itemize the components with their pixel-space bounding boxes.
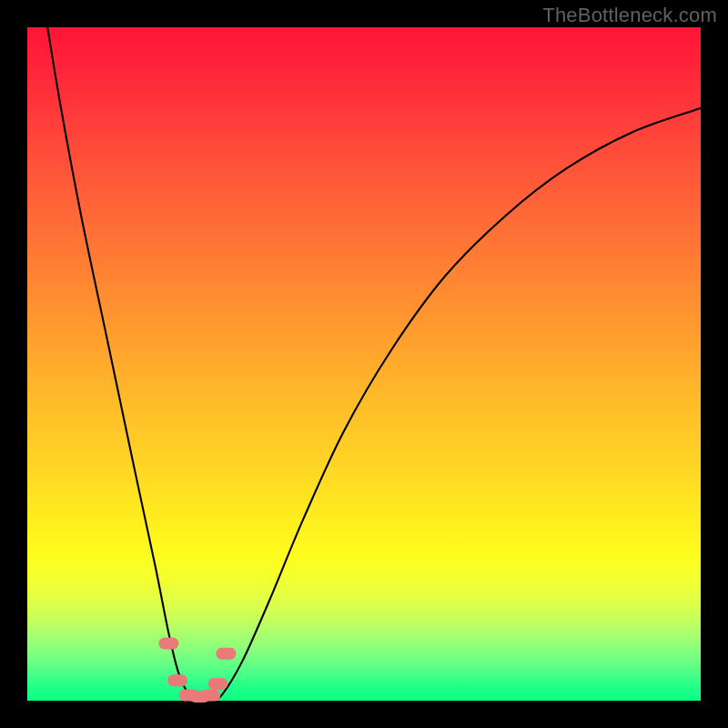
marker-left-lower: [167, 674, 187, 686]
marker-left-upper: [158, 638, 178, 650]
chart-overlay-svg: [27, 27, 701, 701]
marker-right-lower: [207, 678, 228, 690]
chart-frame: TheBottleneck.com: [0, 0, 728, 728]
marker-right-upper: [216, 648, 236, 660]
marker-bottom-c: [200, 690, 220, 702]
watermark-text: TheBottleneck.com: [542, 4, 717, 27]
bottleneck-curve: [47, 27, 701, 702]
